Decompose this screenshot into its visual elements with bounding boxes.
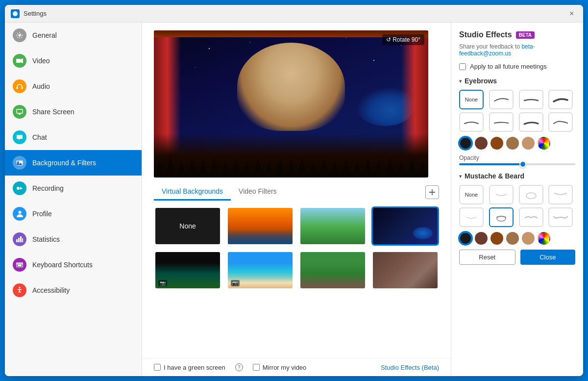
stats-icon xyxy=(13,232,26,246)
close-icon[interactable]: × xyxy=(569,10,577,18)
panel-header: Studio Effects BETA xyxy=(459,30,575,39)
mustache-color-light[interactable] xyxy=(522,232,535,245)
feedback-prefix: Share your feedback to xyxy=(459,43,521,50)
mustache-option-4[interactable] xyxy=(459,207,484,227)
eyebrow-option-7[interactable] xyxy=(548,112,573,132)
backgrounds-grid: None 📷 xyxy=(142,201,451,296)
sidebar-item-video[interactable]: Video xyxy=(5,48,142,74)
sidebar-item-audio-label: Audio xyxy=(32,82,50,90)
eyebrow-option-2[interactable] xyxy=(519,90,543,109)
sidebar-item-profile[interactable]: Profile xyxy=(5,201,142,227)
mustache-color-tan[interactable] xyxy=(506,232,519,245)
svg-rect-16 xyxy=(17,263,18,264)
eyebrows-toggle-arrow: ▾ xyxy=(459,78,462,84)
apply-future-meetings-row: Apply to all future meetings xyxy=(459,63,575,70)
eyebrow-color-brown[interactable] xyxy=(475,137,488,150)
studio-effects-link[interactable]: Studio Effects (Beta) xyxy=(381,364,439,371)
mustache-option-5[interactable] xyxy=(489,207,514,227)
bg-option-none[interactable]: None xyxy=(154,206,221,246)
sidebar-item-statistics[interactable]: Statistics xyxy=(5,227,142,252)
sidebar-item-recording[interactable]: Recording xyxy=(5,176,142,201)
mustache-color-brown[interactable] xyxy=(475,232,488,245)
record-icon xyxy=(13,181,26,195)
sidebar-item-sharescreen[interactable]: Share Screen xyxy=(5,99,142,125)
bg-option-beach[interactable]: 📷 xyxy=(226,251,294,290)
eyebrow-color-light[interactable] xyxy=(522,137,535,150)
eyebrow-option-5[interactable] xyxy=(489,112,514,132)
rotate-button[interactable]: ↺ Rotate 90° xyxy=(382,34,424,45)
bg-option-nature[interactable] xyxy=(299,206,367,246)
eyebrow-option-6[interactable] xyxy=(519,112,543,132)
eyebrow-option-4[interactable] xyxy=(459,112,484,132)
settings-window: Settings × General xyxy=(5,5,583,376)
svg-rect-5 xyxy=(22,87,23,89)
mustache-option-1[interactable] xyxy=(489,185,514,204)
eyebrow-color-tan[interactable] xyxy=(506,137,519,150)
bg-space-inner xyxy=(373,208,438,244)
bg-option-space[interactable] xyxy=(371,206,439,246)
eyebrow-option-1[interactable] xyxy=(489,90,514,109)
camera-indicator-2: 📷 xyxy=(231,280,240,286)
accessibility-icon xyxy=(13,283,26,297)
main-panel: .s1{position:absolute;background:white;b… xyxy=(142,23,451,376)
bg-none-inner: None xyxy=(155,208,220,244)
sidebar-item-general-label: General xyxy=(32,31,57,39)
sidebar-item-statistics-label: Statistics xyxy=(32,235,60,243)
svg-rect-4 xyxy=(17,87,18,89)
bg-option-bridge[interactable] xyxy=(226,206,294,246)
svg-rect-20 xyxy=(18,265,22,266)
eyebrow-color-black[interactable] xyxy=(459,137,472,150)
sidebar-item-bgfilters[interactable]: Background & Filters xyxy=(5,150,142,176)
mustache-color-rainbow[interactable] xyxy=(538,232,550,245)
bg-game-inner xyxy=(300,252,365,288)
mustache-option-none[interactable]: None xyxy=(459,185,484,204)
reset-button[interactable]: Reset xyxy=(459,250,515,265)
mustache-color-reddish[interactable] xyxy=(490,232,503,245)
profile-icon xyxy=(13,207,26,221)
opacity-slider[interactable] xyxy=(459,163,575,165)
mirror-video-checkbox[interactable] xyxy=(253,364,260,371)
bg-option-game[interactable] xyxy=(299,251,367,290)
help-icon[interactable]: ? xyxy=(235,363,243,371)
tab-virtual-backgrounds[interactable]: Virtual Backgrounds xyxy=(154,183,231,201)
tab-video-filters[interactable]: Video Filters xyxy=(231,183,285,201)
mustache-color-black[interactable] xyxy=(459,232,472,245)
sidebar-item-accessibility-label: Accessibility xyxy=(32,286,70,294)
mirror-video-label[interactable]: Mirror my video xyxy=(253,364,307,371)
green-screen-label[interactable]: I have a green screen xyxy=(154,364,225,371)
keyboard-icon xyxy=(13,258,26,272)
mustache-option-3[interactable] xyxy=(548,185,573,204)
eyebrow-option-none[interactable]: None xyxy=(459,90,484,109)
svg-rect-17 xyxy=(19,263,20,264)
svg-point-9 xyxy=(17,187,20,190)
bg-option-room[interactable] xyxy=(371,251,439,290)
eyebrow-color-row xyxy=(459,137,575,150)
sidebar-item-accessibility[interactable]: Accessibility xyxy=(5,278,142,303)
mustache-option-6[interactable] xyxy=(519,207,543,227)
sidebar-item-shortcuts[interactable]: Keyboard Shortcuts xyxy=(5,252,142,278)
sidebar-item-general[interactable]: General xyxy=(5,23,142,48)
eyebrow-color-reddish[interactable] xyxy=(490,137,503,150)
apply-future-meetings-checkbox[interactable] xyxy=(459,63,466,70)
mustache-option-7[interactable] xyxy=(548,207,573,227)
eyebrow-option-3[interactable] xyxy=(548,90,573,109)
sidebar-item-audio[interactable]: Audio xyxy=(5,74,142,99)
bg-option-aurora[interactable]: 📷 xyxy=(154,251,221,290)
apply-future-meetings-label: Apply to all future meetings xyxy=(470,63,547,70)
sidebar-item-chat[interactable]: Chat xyxy=(5,125,142,150)
opacity-thumb xyxy=(519,161,526,168)
bg-bridge-inner xyxy=(228,208,293,244)
close-panel-button[interactable]: Close xyxy=(520,250,576,265)
eyebrow-color-rainbow[interactable] xyxy=(538,137,550,150)
mustache-color-row xyxy=(459,232,575,245)
add-background-button[interactable] xyxy=(425,185,439,199)
svg-rect-2 xyxy=(16,59,21,63)
mustache-section-toggle[interactable]: ▾ Mustache & Beard xyxy=(459,172,575,180)
titlebar: Settings × xyxy=(5,5,583,23)
eyebrows-section-toggle[interactable]: ▾ Eyebrows xyxy=(459,77,575,85)
bg-beach-inner: 📷 xyxy=(228,252,293,288)
mustache-option-2[interactable] xyxy=(519,185,543,204)
green-screen-checkbox[interactable] xyxy=(154,364,161,371)
bg-room-inner xyxy=(373,252,438,288)
svg-rect-12 xyxy=(18,238,20,242)
